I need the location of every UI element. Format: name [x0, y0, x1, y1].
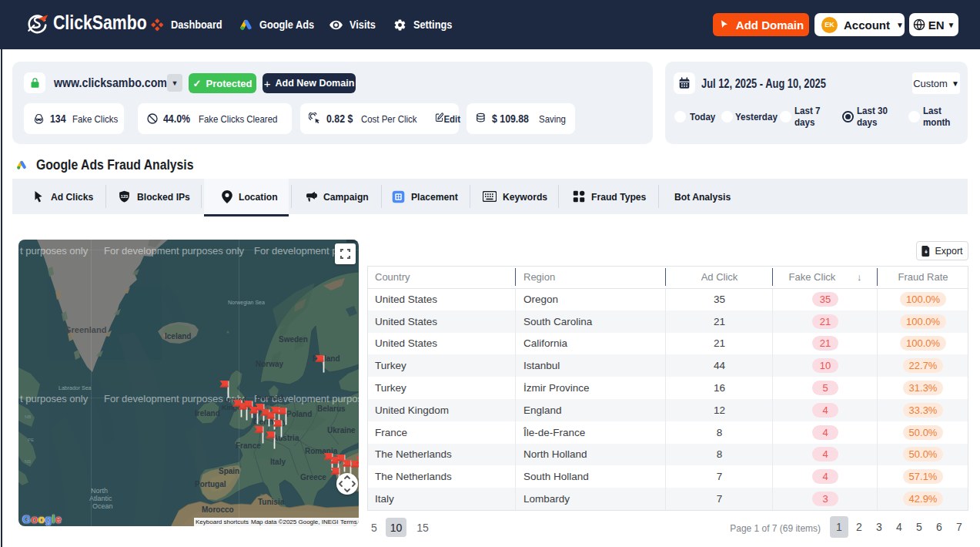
svg-text:Tunisia: Tunisia [258, 498, 285, 506]
svg-text:t purposes only: t purposes only [20, 245, 89, 257]
svg-text:Poland: Poland [286, 410, 312, 418]
svg-text:t purposes only: t purposes only [20, 393, 89, 404]
svg-text:Denmark: Denmark [256, 394, 285, 401]
svg-text:PE: PE [28, 438, 34, 442]
svg-text:North: North [91, 487, 108, 495]
svg-text:123: 123 [121, 193, 128, 198]
svg-text:Ukraine: Ukraine [327, 426, 356, 435]
svg-text:France: France [236, 441, 261, 450]
svg-text:NB: NB [25, 414, 31, 419]
svg-text:Ocean: Ocean [92, 502, 113, 510]
svg-text:Norway: Norway [256, 360, 284, 368]
svg-text:Austria: Austria [273, 434, 299, 442]
svg-text:Greece: Greece [300, 473, 326, 482]
svg-text:Greenland: Greenland [65, 325, 106, 334]
svg-text:For development purposes only: For development purposes only [104, 393, 245, 404]
svg-text:NS: NS [25, 459, 31, 464]
svg-text:Morocco: Morocco [202, 505, 234, 514]
svg-text:Italy: Italy [270, 458, 286, 466]
svg-text:Ireland: Ireland [195, 409, 220, 418]
svg-text:Norwegian Sea: Norwegian Sea [228, 300, 265, 306]
svg-text:Belarus: Belarus [317, 404, 346, 413]
svg-text:Atlantic: Atlantic [89, 495, 112, 502]
svg-text:Sweden: Sweden [279, 335, 308, 344]
svg-text:Iceland: Iceland [165, 332, 191, 341]
svg-text:For development purposes only: For development purposes only [104, 245, 245, 257]
svg-text:Spain: Spain [219, 467, 239, 475]
svg-text:Portugal: Portugal [195, 480, 226, 488]
svg-text:Labrador Sea: Labrador Sea [59, 385, 92, 391]
